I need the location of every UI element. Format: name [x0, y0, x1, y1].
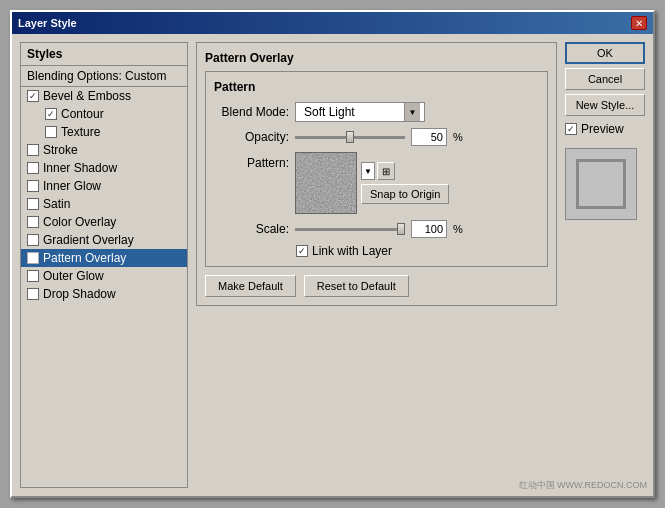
texture-label: Texture	[61, 125, 100, 139]
preview-inner	[576, 159, 626, 209]
cancel-button[interactable]: Cancel	[565, 68, 645, 90]
contour-checkbox[interactable]	[45, 108, 57, 120]
preview-label: Preview	[581, 122, 624, 136]
make-default-button[interactable]: Make Default	[205, 275, 296, 297]
sidebar-item-satin[interactable]: Satin	[21, 195, 187, 213]
blend-mode-row: Blend Mode: Soft Light ▼	[214, 102, 539, 122]
bottom-buttons: Make Default Reset to Default	[205, 275, 548, 297]
sidebar-item-drop-shadow[interactable]: Drop Shadow	[21, 285, 187, 303]
reset-to-default-button[interactable]: Reset to Default	[304, 275, 409, 297]
scale-percent: %	[453, 223, 463, 235]
pattern-options-btn[interactable]: ⊞	[377, 162, 395, 180]
sidebar-item-texture[interactable]: Texture	[21, 123, 187, 141]
right-panel: OK Cancel New Style... Preview	[565, 42, 645, 488]
close-button[interactable]: ✕	[631, 16, 647, 30]
pattern-preview[interactable]	[295, 152, 357, 214]
scale-label: Scale:	[214, 222, 289, 236]
preview-row: Preview	[565, 122, 645, 136]
preview-checkbox[interactable]	[565, 123, 577, 135]
title-bar: Layer Style ✕	[12, 12, 653, 34]
new-style-button[interactable]: New Style...	[565, 94, 645, 116]
scale-row: Scale: %	[214, 220, 539, 238]
scale-thumb[interactable]	[397, 223, 405, 235]
sidebar-item-color-overlay[interactable]: Color Overlay	[21, 213, 187, 231]
satin-checkbox[interactable]	[27, 198, 39, 210]
styles-header: Styles	[21, 43, 187, 66]
sidebar-item-contour[interactable]: Contour	[21, 105, 187, 123]
sidebar-item-gradient-overlay[interactable]: Gradient Overlay	[21, 231, 187, 249]
left-panel: Styles Blending Options: Custom Bevel & …	[20, 42, 188, 488]
blend-mode-value: Soft Light	[300, 105, 404, 119]
stroke-label: Stroke	[43, 143, 78, 157]
gradient-overlay-checkbox[interactable]	[27, 234, 39, 246]
pattern-label: Pattern:	[214, 152, 289, 170]
bevel-emboss-label: Bevel & Emboss	[43, 89, 131, 103]
blend-mode-label: Blend Mode:	[214, 105, 289, 119]
drop-shadow-label: Drop Shadow	[43, 287, 116, 301]
sidebar-item-stroke[interactable]: Stroke	[21, 141, 187, 159]
pattern-dropdown-arrow[interactable]: ▼	[361, 162, 375, 180]
opacity-row: Opacity: %	[214, 128, 539, 146]
link-with-layer-row: Link with Layer	[296, 244, 539, 258]
color-overlay-checkbox[interactable]	[27, 216, 39, 228]
bevel-emboss-checkbox[interactable]	[27, 90, 39, 102]
texture-checkbox[interactable]	[45, 126, 57, 138]
sidebar-item-outer-glow[interactable]: Outer Glow	[21, 267, 187, 285]
outer-glow-checkbox[interactable]	[27, 270, 39, 282]
dialog-body: Styles Blending Options: Custom Bevel & …	[12, 34, 653, 496]
pattern-overlay-panel: Pattern Overlay Pattern Blend Mode: Soft…	[196, 42, 557, 306]
pattern-svg	[296, 153, 356, 213]
sidebar-item-pattern-overlay[interactable]: Pattern Overlay	[21, 249, 187, 267]
pattern-inner-box: Pattern Blend Mode: Soft Light ▼ Opacity…	[205, 71, 548, 267]
center-panel: Pattern Overlay Pattern Blend Mode: Soft…	[196, 42, 557, 488]
dialog-title: Layer Style	[18, 17, 77, 29]
satin-label: Satin	[43, 197, 70, 211]
blend-mode-select[interactable]: Soft Light ▼	[295, 102, 425, 122]
contour-label: Contour	[61, 107, 104, 121]
stroke-checkbox[interactable]	[27, 144, 39, 156]
inner-glow-checkbox[interactable]	[27, 180, 39, 192]
pattern-row: Pattern:	[214, 152, 539, 214]
sidebar-item-inner-shadow[interactable]: Inner Shadow	[21, 159, 187, 177]
scale-slider[interactable]	[295, 223, 405, 235]
pattern-overlay-label: Pattern Overlay	[43, 251, 126, 265]
blend-mode-arrow[interactable]: ▼	[404, 103, 420, 121]
outer-glow-label: Outer Glow	[43, 269, 104, 283]
preview-box	[565, 148, 637, 220]
layer-style-dialog: Layer Style ✕ Styles Blending Options: C…	[10, 10, 655, 498]
opacity-thumb[interactable]	[346, 131, 354, 143]
sidebar-item-inner-glow[interactable]: Inner Glow	[21, 177, 187, 195]
gradient-overlay-label: Gradient Overlay	[43, 233, 134, 247]
opacity-track	[295, 136, 405, 139]
pattern-inner-title: Pattern	[214, 80, 539, 94]
opacity-value-input[interactable]	[411, 128, 447, 146]
sidebar-item-bevel-emboss[interactable]: Bevel & Emboss	[21, 87, 187, 105]
link-with-layer-label: Link with Layer	[312, 244, 392, 258]
color-overlay-label: Color Overlay	[43, 215, 116, 229]
panel-title: Pattern Overlay	[205, 51, 548, 65]
scale-track	[295, 228, 405, 231]
opacity-percent: %	[453, 131, 463, 143]
scale-value-input[interactable]	[411, 220, 447, 238]
snap-to-origin-button[interactable]: Snap to Origin	[361, 184, 449, 204]
inner-shadow-checkbox[interactable]	[27, 162, 39, 174]
link-with-layer-checkbox[interactable]	[296, 245, 308, 257]
inner-shadow-label: Inner Shadow	[43, 161, 117, 175]
opacity-slider[interactable]	[295, 131, 405, 143]
blending-options-header: Blending Options: Custom	[21, 66, 187, 87]
drop-shadow-checkbox[interactable]	[27, 288, 39, 300]
svg-rect-0	[296, 153, 356, 213]
opacity-label: Opacity:	[214, 130, 289, 144]
inner-glow-label: Inner Glow	[43, 179, 101, 193]
ok-button[interactable]: OK	[565, 42, 645, 64]
watermark: 红动中国 WWW.REDOCN.COM	[519, 479, 648, 492]
pattern-overlay-checkbox[interactable]	[27, 252, 39, 264]
